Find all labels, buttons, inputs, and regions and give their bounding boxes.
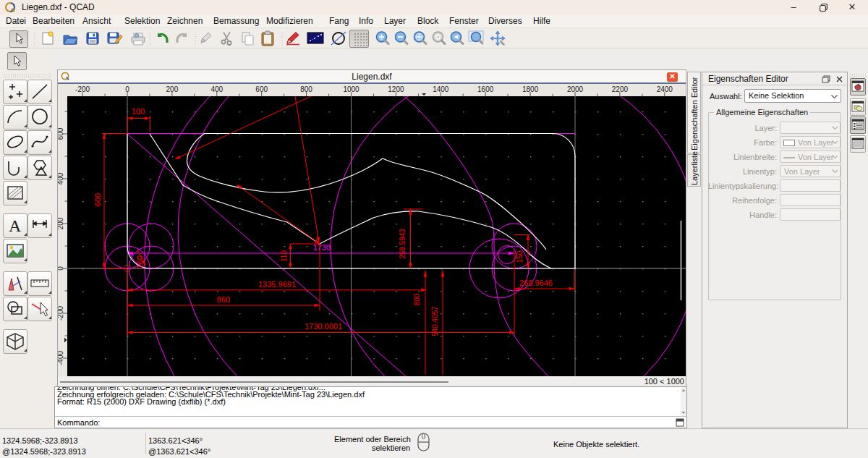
svg-text:1000: 1000 [343, 85, 359, 93]
svg-text:600: 600 [58, 127, 64, 140]
svg-text:1730: 1730 [313, 243, 331, 252]
svg-text:269.9646: 269.9646 [519, 279, 553, 287]
svg-text:-200: -200 [58, 306, 64, 321]
svg-text:800: 800 [300, 85, 312, 93]
svg-text:2000: 2000 [567, 85, 584, 93]
svg-text:150: 150 [516, 250, 524, 263]
svg-text:800: 800 [413, 293, 421, 305]
svg-text:259.5943: 259.5943 [399, 229, 407, 259]
svg-text:540.4057: 540.4057 [431, 306, 439, 336]
svg-text:-200: -200 [75, 85, 90, 93]
svg-text:600: 600 [93, 193, 102, 206]
svg-text:0: 0 [125, 85, 129, 93]
svg-text:A: A [9, 216, 22, 235]
svg-text:1800: 1800 [522, 85, 539, 93]
svg-text:100: 100 [132, 107, 145, 116]
svg-text:110: 110 [280, 250, 288, 262]
svg-text:1400: 1400 [433, 85, 449, 93]
svg-text:860: 860 [217, 295, 230, 304]
svg-text:200: 200 [58, 217, 64, 229]
svg-text:600: 600 [255, 85, 268, 93]
svg-text:400: 400 [210, 85, 223, 93]
svg-text:0: 0 [58, 266, 64, 271]
svg-text:1200: 1200 [388, 85, 404, 93]
svg-text:160: 160 [135, 255, 144, 268]
svg-text:200: 200 [166, 85, 179, 93]
svg-text:1600: 1600 [477, 85, 494, 93]
svg-text:1730.0001: 1730.0001 [305, 322, 342, 331]
svg-text:2200: 2200 [612, 85, 629, 93]
svg-text:2400: 2400 [657, 85, 673, 93]
svg-text:-400: -400 [58, 351, 64, 365]
svg-text:400: 400 [58, 172, 64, 185]
svg-text:1335.9691: 1335.9691 [258, 280, 296, 289]
